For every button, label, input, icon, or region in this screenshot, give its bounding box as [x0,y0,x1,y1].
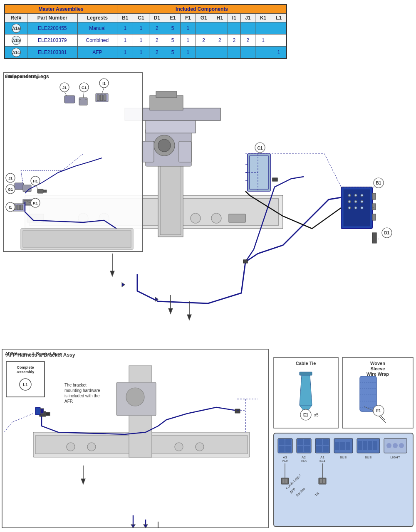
svg-text:x5: x5 [314,413,319,417]
svg-text:IN-A: IN-A [319,460,325,463]
svg-rect-178 [304,439,310,445]
svg-rect-206 [281,478,289,484]
svg-rect-197 [368,441,372,450]
svg-point-29 [361,207,363,209]
svg-rect-186 [323,446,329,452]
svg-point-50 [211,213,221,223]
svg-text:Sleeve: Sleeve [371,366,385,371]
svg-rect-124 [235,409,240,413]
svg-text:mounting hardware: mounting hardware [64,388,100,393]
svg-line-39 [324,154,341,187]
svg-text:K1: K1 [33,201,38,205]
svg-rect-70 [37,189,43,193]
svg-rect-75 [20,205,23,210]
table-row-a1a: A1a ELE2200455 Manual 11251 [5,22,287,34]
svg-rect-81 [23,231,131,247]
svg-text:IN-C: IN-C [282,460,288,463]
svg-rect-170 [279,446,285,452]
svg-text:L1: L1 [23,382,28,387]
col-j1: J1 [240,14,255,22]
svg-rect-212 [323,479,325,483]
svg-rect-71 [43,190,47,192]
svg-text:Cable Tie: Cable Tie [296,361,316,366]
col-g1: G1 [196,14,212,22]
svg-text:LIGHT: LIGHT [390,456,400,459]
main-diagram: J1 G1 I1 J1 G1 H1 K1 I1 C1 B1 D1 Indepen… [0,71,416,349]
svg-point-24 [348,200,351,203]
svg-rect-177 [297,446,303,452]
col-k1: K1 [255,14,271,22]
svg-rect-13 [156,91,177,98]
svg-rect-172 [285,446,291,452]
svg-rect-44 [272,178,277,181]
svg-rect-169 [279,439,285,445]
svg-rect-195 [358,441,362,450]
svg-rect-191 [340,442,345,450]
parts-table: Master Assemblies Included Components Re… [4,4,287,59]
svg-point-28 [354,207,357,209]
svg-rect-64 [100,95,103,101]
svg-rect-192 [346,442,350,450]
afp-title: AFP Harness & Bracket Assy [5,351,62,357]
svg-rect-126 [40,409,44,414]
svg-point-201 [386,443,391,448]
col-ref: Ref# [5,14,27,22]
svg-text:D1: D1 [384,231,390,235]
svg-point-134 [175,443,183,451]
col-e1: E1 [165,14,180,22]
svg-point-133 [87,443,96,451]
svg-rect-176 [297,439,303,445]
svg-rect-66 [15,183,24,190]
svg-text:AFP.: AFP. [64,399,73,404]
svg-rect-58 [64,96,75,103]
svg-rect-184 [316,446,322,452]
svg-rect-156 [360,376,376,411]
svg-point-25 [354,200,357,203]
svg-rect-183 [316,439,322,445]
svg-rect-210 [319,478,326,484]
svg-text:A2: A2 [302,456,306,459]
svg-text:Assembly: Assembly [17,370,35,374]
table-row-a1b: A1b ELE2103379 Combined 11251 22221 [5,34,287,47]
svg-marker-35 [122,283,125,287]
svg-text:BUS: BUS [340,456,347,459]
included-components-header: Included Components [117,5,287,14]
svg-text:G1: G1 [82,86,87,90]
svg-point-7 [158,139,171,152]
svg-text:E1: E1 [303,413,309,417]
master-assemblies-header: Master Assemblies [5,5,117,14]
col-b1: B1 [117,14,133,22]
bottom-diagram: AFP Harness & Bracket Assy Complete Asse… [0,349,416,532]
svg-text:BUS: BUS [365,456,371,459]
svg-rect-8 [141,141,154,162]
svg-text:H1: H1 [33,179,38,183]
svg-rect-125 [35,407,40,415]
ref-a1b: A1b [12,36,21,45]
svg-point-27 [348,207,351,209]
legrest-a1b: Combined [77,34,117,47]
svg-point-132 [67,443,75,451]
svg-rect-32 [372,214,376,220]
svg-text:J1: J1 [62,86,67,90]
pn-a1b: ELE2103379 [27,34,78,47]
svg-rect-33 [372,233,376,243]
pn-a1c: ELE2103381 [27,47,78,59]
ref-a1a: A1a [12,24,21,33]
svg-point-21 [348,194,351,197]
col-h1: H1 [212,14,228,22]
svg-rect-171 [285,439,291,445]
svg-text:Woven: Woven [370,361,385,366]
pn-a1a: ELE2200455 [27,22,78,34]
svg-text:J1: J1 [8,176,12,180]
svg-text:I1: I1 [102,81,106,86]
svg-marker-54 [168,308,173,314]
svg-marker-147 [300,375,312,405]
svg-marker-56 [187,315,191,320]
table-row-a1c: A1c ELE2103381 AFP 11251 1 [5,47,287,59]
svg-point-135 [196,443,204,451]
svg-point-49 [191,213,201,223]
svg-rect-43 [243,260,248,263]
svg-rect-190 [335,442,339,450]
svg-point-203 [399,443,404,448]
svg-text:is included with the: is included with the [64,394,100,398]
